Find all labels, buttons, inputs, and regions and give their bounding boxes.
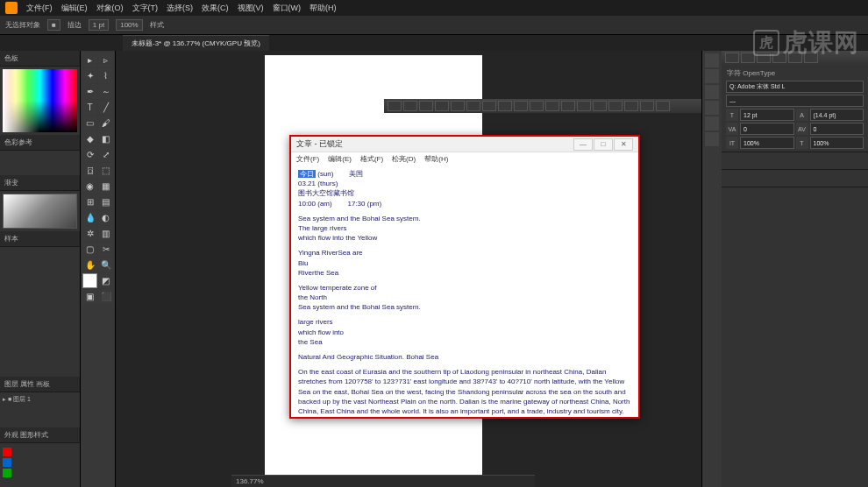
transform-icon[interactable]: [514, 101, 528, 111]
direct-selection-tool[interactable]: ▹: [98, 53, 113, 67]
font-size-input[interactable]: 12 pt: [740, 109, 794, 121]
align-icon[interactable]: [451, 101, 465, 111]
path-icon[interactable]: [608, 101, 623, 111]
blend-tool[interactable]: ◐: [98, 210, 113, 225]
maximize-button[interactable]: □: [594, 138, 613, 151]
menu-select[interactable]: 选择(S): [167, 3, 193, 14]
gradient-tab[interactable]: 渐变: [0, 175, 80, 191]
dialog-menu-highlight[interactable]: 松亮(D): [392, 154, 416, 164]
menu-edit[interactable]: 编辑(E): [61, 3, 88, 14]
free-transform-tool[interactable]: ⬚: [98, 163, 113, 178]
selection-tool[interactable]: ▸: [82, 53, 97, 67]
screen-mode[interactable]: ▣: [82, 289, 97, 304]
hand-tool[interactable]: ✋: [82, 258, 97, 272]
stroke-color[interactable]: ◩: [98, 273, 113, 288]
shape-icon[interactable]: [593, 101, 607, 111]
menu-help[interactable]: 帮助(H): [309, 3, 337, 14]
vscale-input[interactable]: 100%: [740, 137, 794, 149]
rotate-tool[interactable]: ⟳: [82, 147, 97, 162]
menu-type[interactable]: 文字(T): [132, 3, 159, 14]
opacity-input[interactable]: 100%: [116, 19, 142, 31]
path-icon[interactable]: [640, 101, 654, 111]
align-icon[interactable]: [403, 101, 417, 111]
transform-icon[interactable]: [498, 101, 512, 111]
scale-tool[interactable]: ⤢: [98, 147, 113, 162]
menu-view[interactable]: 视图(V): [238, 3, 264, 14]
gradient-tool[interactable]: ▤: [98, 194, 113, 209]
document-tab[interactable]: 未标题-3* @ 136.77% (CMYK/GPU 预览): [123, 35, 269, 51]
fill-swatch[interactable]: ■: [47, 19, 60, 31]
layers-list[interactable]: ▸ ■ 图层 1: [0, 392, 80, 427]
layers-tab[interactable]: 图层 属性 画板: [0, 377, 80, 392]
fill-color[interactable]: [82, 273, 97, 288]
dialog-menu-file[interactable]: 文件(F): [296, 154, 319, 164]
curvature-tool[interactable]: ～: [98, 84, 113, 99]
mesh-tool[interactable]: ⊞: [82, 194, 97, 209]
width-tool[interactable]: ⌼: [82, 163, 97, 178]
panel-toggle-icon[interactable]: [705, 53, 719, 67]
kerning-input[interactable]: 0: [740, 123, 794, 135]
path-icon[interactable]: [624, 101, 638, 111]
color-guide-tab[interactable]: 色彩参考: [0, 135, 80, 151]
gradient-preview[interactable]: [3, 194, 77, 229]
leading-input[interactable]: (14.4 pt): [810, 109, 864, 121]
transform-icon[interactable]: [530, 101, 544, 111]
swatch-blue[interactable]: [3, 458, 11, 467]
transform-icon[interactable]: [482, 101, 496, 111]
panel-toggle-icon[interactable]: [705, 116, 719, 131]
shape-icon[interactable]: [577, 101, 591, 111]
color-spectrum[interactable]: [3, 69, 77, 132]
char-icon[interactable]: [725, 53, 739, 63]
shape-builder-tool[interactable]: ◉: [82, 179, 97, 194]
paragraph-panel[interactable]: [722, 152, 868, 170]
paintbrush-tool[interactable]: 🖌: [98, 116, 113, 131]
tracking-input[interactable]: 0: [810, 123, 864, 135]
menu-object[interactable]: 对象(O): [96, 3, 124, 14]
shaper-tool[interactable]: ◆: [82, 131, 97, 146]
canvas[interactable]: 文章 - 已锁定 — □ ✕ 文件(F) 编辑(E) 格式(F) 松亮(D) 帮…: [116, 51, 701, 487]
panel-toggle-icon[interactable]: [705, 85, 719, 99]
samples-tab[interactable]: 样本: [0, 231, 80, 247]
pen-tool[interactable]: ✒: [82, 84, 97, 99]
type-tool[interactable]: T: [82, 100, 97, 115]
magic-wand-tool[interactable]: ✦: [82, 68, 97, 83]
slice-tool[interactable]: ✂: [98, 242, 113, 257]
char-panel-title[interactable]: 字符 OpenType: [723, 67, 866, 80]
dialog-titlebar[interactable]: 文章 - 已锁定 — □ ✕: [291, 137, 638, 152]
swatches-tab[interactable]: 色板: [0, 51, 80, 67]
edit-mode[interactable]: ⬛: [98, 289, 113, 304]
align-icon[interactable]: [388, 101, 402, 111]
close-button[interactable]: ✕: [614, 138, 633, 151]
rectangle-tool[interactable]: ▭: [82, 116, 97, 131]
perspective-tool[interactable]: ▦: [98, 179, 113, 194]
dialog-menu-edit[interactable]: 编辑(E): [328, 154, 352, 164]
panel-toggle-icon[interactable]: [705, 69, 719, 83]
eyedropper-tool[interactable]: 💧: [82, 210, 97, 225]
panel-toggle-icon[interactable]: [705, 101, 719, 115]
zoom-tool[interactable]: 🔍: [98, 258, 113, 272]
eraser-tool[interactable]: ◧: [98, 131, 113, 146]
swatch-red[interactable]: [3, 448, 11, 456]
zoom-level[interactable]: 136.77%: [236, 477, 264, 485]
font-weight-input[interactable]: —: [726, 95, 864, 107]
hscale-input[interactable]: 100%: [810, 137, 864, 149]
lasso-tool[interactable]: ⌇: [98, 68, 113, 83]
stroke-panel[interactable]: [722, 170, 868, 187]
menu-window[interactable]: 窗口(W): [273, 3, 302, 14]
align-icon[interactable]: [435, 101, 449, 111]
symbol-sprayer-tool[interactable]: ✲: [82, 226, 97, 241]
appearance-tab[interactable]: 外观 图形样式: [0, 427, 80, 443]
swatch-green[interactable]: [3, 469, 11, 477]
path-icon[interactable]: [656, 101, 670, 111]
line-tool[interactable]: ╱: [98, 100, 113, 115]
column-graph-tool[interactable]: ▥: [98, 226, 113, 241]
panel-toggle-icon[interactable]: [705, 132, 719, 146]
shape-icon[interactable]: [561, 101, 575, 111]
font-family-input[interactable]: Q: Adobe 宋体 Std L: [726, 81, 864, 93]
menu-file[interactable]: 文件(F): [26, 3, 53, 14]
dialog-menu-help[interactable]: 帮助(H): [424, 154, 448, 164]
artboard-tool[interactable]: ▢: [82, 242, 97, 257]
story-text-area[interactable]: 今日 (sun) 美国 03.21 (thurs) 图书大空馆藏书馆 10:00…: [291, 166, 638, 417]
minimize-button[interactable]: —: [573, 138, 593, 151]
stroke-weight-input[interactable]: 1 pt: [89, 19, 109, 31]
